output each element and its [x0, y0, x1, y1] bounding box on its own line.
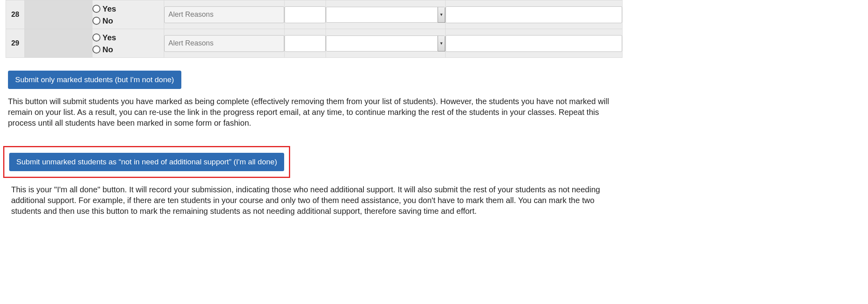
row-spacer: [25, 29, 92, 58]
table-row: 28 Yes No ▼: [6, 0, 623, 29]
chevron-down-icon: ▼: [438, 36, 445, 51]
text-input[interactable]: [446, 35, 622, 52]
submit-marked-button[interactable]: Submit only marked students (but I'm not…: [8, 71, 181, 89]
small-input-cell: [285, 0, 326, 29]
submit-unmarked-button[interactable]: Submit unmarked students as “not in need…: [9, 153, 284, 171]
radio-no[interactable]: No: [92, 15, 164, 27]
text-input[interactable]: [446, 6, 622, 23]
radio-no[interactable]: No: [92, 43, 164, 55]
radio-yes-label: Yes: [102, 4, 116, 14]
small-input[interactable]: [285, 35, 326, 52]
text-cell: [445, 29, 622, 58]
student-progress-table: 28 Yes No ▼: [6, 0, 623, 58]
small-input[interactable]: [285, 6, 326, 23]
chevron-down-icon: ▼: [438, 7, 445, 22]
alert-reason-input[interactable]: [164, 35, 285, 52]
alert-reason-cell: [164, 29, 285, 58]
radio-yes-label: Yes: [102, 32, 116, 43]
yes-no-cell: Yes No: [92, 0, 164, 29]
radio-yes[interactable]: Yes: [92, 32, 164, 43]
radio-no-label: No: [102, 16, 113, 26]
row-number: 28: [6, 0, 25, 29]
radio-icon: [92, 5, 100, 13]
alert-reason-input[interactable]: [164, 6, 285, 23]
text-cell: [445, 0, 622, 29]
radio-yes[interactable]: Yes: [92, 3, 164, 15]
radio-icon: [92, 34, 100, 41]
submit-marked-description: This button will submit students you hav…: [8, 96, 611, 128]
select-dropdown[interactable]: ▼: [326, 36, 445, 51]
radio-icon: [92, 17, 100, 25]
yes-no-cell: Yes No: [92, 29, 164, 58]
submit-unmarked-description: This is your "I'm all done" button. It w…: [11, 184, 611, 217]
radio-icon: [92, 45, 100, 53]
highlight-box: Submit unmarked students as “not in need…: [3, 146, 290, 178]
alert-reason-cell: [164, 0, 285, 29]
table-row: 29 Yes No ▼: [6, 29, 623, 58]
select-cell: ▼: [326, 29, 446, 58]
small-input-cell: [285, 29, 326, 58]
select-cell: ▼: [326, 0, 446, 29]
row-spacer: [25, 0, 92, 29]
row-number: 29: [6, 29, 25, 58]
radio-no-label: No: [102, 44, 113, 55]
select-dropdown[interactable]: ▼: [326, 7, 445, 23]
